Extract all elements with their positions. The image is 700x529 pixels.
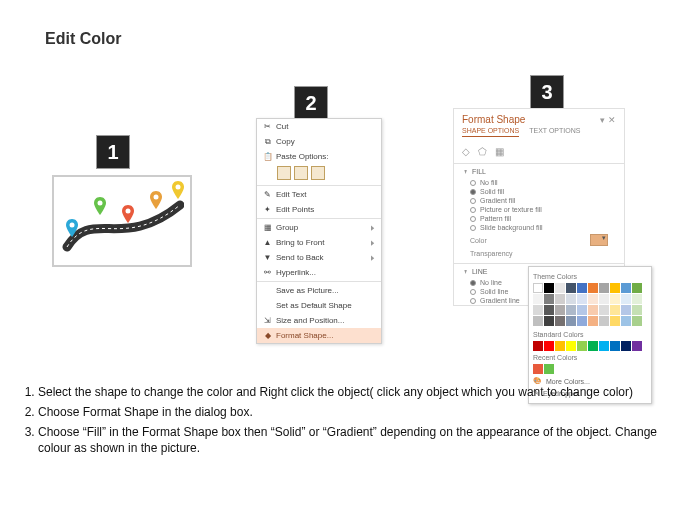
- radio-gradient-fill[interactable]: Gradient fill: [454, 196, 624, 205]
- menu-cut[interactable]: ✂Cut: [257, 119, 381, 134]
- map-pin-icon[interactable]: [172, 181, 184, 199]
- hyperlink-icon: ⚯: [263, 268, 272, 277]
- map-pin-icon[interactable]: [122, 205, 134, 223]
- tab-shape-options[interactable]: SHAPE OPTIONS: [462, 127, 519, 137]
- bring-front-icon: ▲: [263, 238, 272, 247]
- edit-text-icon: ✎: [263, 190, 272, 199]
- menu-set-default[interactable]: Set as Default Shape: [257, 298, 381, 313]
- menu-format-shape[interactable]: ◆Format Shape...: [257, 328, 381, 343]
- map-pin-icon[interactable]: [94, 197, 106, 215]
- close-icon[interactable]: ▾ ✕: [600, 115, 616, 125]
- menu-edit-points[interactable]: ✦Edit Points: [257, 202, 381, 217]
- radio-slidebg-fill[interactable]: Slide background fill: [454, 223, 624, 232]
- map-pin-icon[interactable]: [150, 191, 162, 209]
- paste-option-thumbs[interactable]: [257, 164, 381, 184]
- cut-icon: ✂: [263, 122, 272, 131]
- group-icon: ▦: [263, 223, 272, 232]
- size-tab-icon[interactable]: ▦: [495, 146, 504, 157]
- instructions: Select the shape to change the color and…: [12, 384, 684, 460]
- standard-colors-label: Standard Colors: [533, 329, 647, 340]
- svg-point-2: [126, 209, 131, 214]
- effects-tab-icon[interactable]: ⬠: [478, 146, 487, 157]
- fill-line-tab-icon[interactable]: ◇: [462, 146, 470, 157]
- instruction-1: Select the shape to change the color and…: [38, 384, 684, 401]
- svg-point-1: [98, 201, 103, 206]
- context-menu: ✂Cut ⧉Copy 📋Paste Options: ✎Edit Text ✦E…: [256, 118, 382, 344]
- recent-colors-row[interactable]: [533, 363, 647, 375]
- theme-colors-grid[interactable]: [533, 282, 647, 329]
- fill-section-header[interactable]: ▼FILL: [454, 165, 624, 178]
- recent-colors-label: Recent Colors: [533, 352, 647, 363]
- menu-group[interactable]: ▦Group▶: [257, 220, 381, 235]
- instruction-2: Choose Format Shape in the dialog box.: [38, 404, 684, 421]
- svg-point-3: [154, 195, 159, 200]
- edit-points-icon: ✦: [263, 205, 272, 214]
- svg-point-0: [70, 223, 75, 228]
- theme-colors-label: Theme Colors: [533, 271, 647, 282]
- instruction-3: Choose “Fill” in the Format Shape box th…: [38, 424, 684, 458]
- radio-pattern-fill[interactable]: Pattern fill: [454, 214, 624, 223]
- selected-shape-panel[interactable]: [52, 175, 192, 267]
- radio-solid-fill[interactable]: Solid fill: [454, 187, 624, 196]
- fill-color-row[interactable]: Color: [454, 232, 624, 248]
- menu-bring-front[interactable]: ▲Bring to Front▶: [257, 235, 381, 250]
- menu-save-picture[interactable]: Save as Picture...: [257, 283, 381, 298]
- radio-no-fill[interactable]: No fill: [454, 178, 624, 187]
- standard-colors-row[interactable]: [533, 340, 647, 352]
- menu-edit-text[interactable]: ✎Edit Text: [257, 187, 381, 202]
- size-icon: ⇲: [263, 316, 272, 325]
- svg-point-4: [176, 185, 181, 190]
- send-back-icon: ▼: [263, 253, 272, 262]
- menu-size-position[interactable]: ⇲Size and Position...: [257, 313, 381, 328]
- format-pane-title: Format Shape: [462, 114, 525, 125]
- paste-icon: 📋: [263, 152, 272, 161]
- copy-icon: ⧉: [263, 137, 272, 146]
- format-shape-icon: ◆: [263, 331, 272, 340]
- step-badge-2: 2: [294, 86, 328, 120]
- transparency-row[interactable]: Transparency: [454, 248, 624, 259]
- step-badge-1: 1: [96, 135, 130, 169]
- menu-hyperlink[interactable]: ⚯Hyperlink...: [257, 265, 381, 280]
- page-title: Edit Color: [45, 30, 121, 48]
- fill-color-swatch[interactable]: [590, 234, 608, 246]
- map-pin-icon[interactable]: [66, 219, 78, 237]
- step-badge-3: 3: [530, 75, 564, 109]
- tab-text-options[interactable]: TEXT OPTIONS: [529, 127, 580, 137]
- radio-picture-fill[interactable]: Picture or texture fill: [454, 205, 624, 214]
- menu-paste-options[interactable]: 📋Paste Options:: [257, 149, 381, 164]
- menu-copy[interactable]: ⧉Copy: [257, 134, 381, 149]
- menu-send-back[interactable]: ▼Send to Back▶: [257, 250, 381, 265]
